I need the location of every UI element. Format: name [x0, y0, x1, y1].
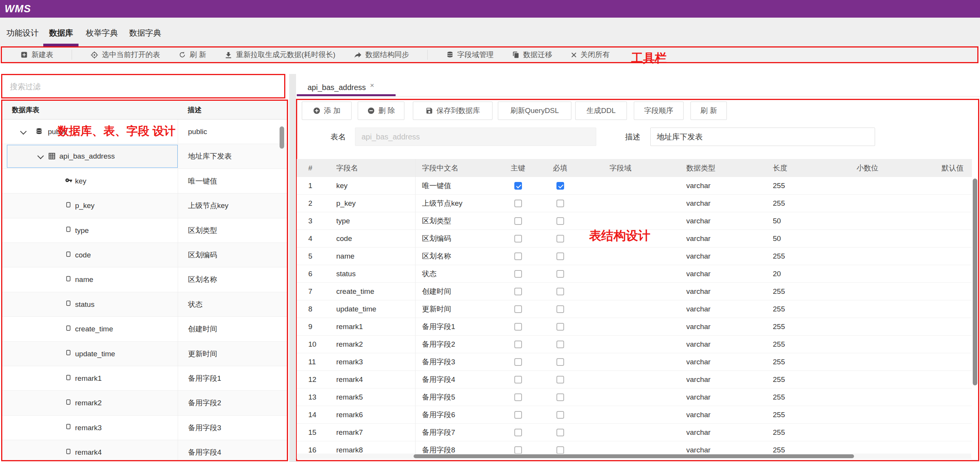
cell-domain [582, 265, 659, 282]
table-row[interactable]: 9remark1备用字段1varchar255 [297, 318, 972, 336]
primary-key-checkbox[interactable] [514, 323, 522, 331]
sidebar-scrollbar-thumb[interactable] [280, 126, 284, 149]
required-checkbox[interactable] [556, 235, 564, 242]
required-checkbox[interactable] [556, 393, 564, 401]
table-row[interactable]: 11remark3备用字段3varchar255 [297, 353, 972, 371]
toolbar-button[interactable]: 重新拉取生成元数据(耗时很长) [224, 50, 335, 60]
required-checkbox[interactable] [556, 446, 564, 454]
action-button[interactable]: 保存到数据库 [413, 102, 492, 120]
primary-key-checkbox[interactable] [514, 411, 522, 419]
cell-pk [498, 230, 538, 247]
primary-key-checkbox[interactable] [514, 305, 522, 313]
primary-key-checkbox[interactable] [514, 252, 522, 260]
primary-key-checkbox[interactable] [514, 446, 522, 454]
primary-key-checkbox[interactable] [514, 358, 522, 366]
required-checkbox[interactable] [556, 305, 564, 313]
required-checkbox[interactable] [556, 288, 564, 295]
primary-key-checkbox[interactable] [514, 200, 522, 207]
tab-api-bas-address[interactable]: api_bas_address [308, 80, 366, 94]
toolbar-button[interactable]: 数据结构同步 [354, 50, 409, 60]
field-icon [65, 202, 72, 210]
panel-splitter[interactable] [289, 74, 296, 462]
table-vertical-scrollbar-thumb[interactable] [973, 179, 977, 385]
required-checkbox[interactable] [556, 411, 564, 419]
tree-item-code[interactable]: code区划编码 [2, 243, 287, 267]
tree-item-update_time[interactable]: update_time更新时间 [2, 342, 287, 366]
action-button[interactable]: 删 除 [358, 102, 404, 120]
primary-key-checkbox[interactable] [514, 429, 522, 436]
chevron-down-icon[interactable] [20, 128, 27, 134]
tree-item-name[interactable]: name区划名称 [2, 267, 287, 292]
tree-item-create_time[interactable]: create_time创建时间 [2, 317, 287, 341]
cell-len: 255 [751, 177, 820, 194]
tab-close-icon[interactable]: × [370, 81, 374, 90]
nav-tab-active[interactable]: 数据库 [49, 18, 73, 46]
primary-key-checkbox[interactable] [514, 270, 522, 278]
primary-key-checkbox[interactable] [514, 376, 522, 383]
table-horizontal-scrollbar-thumb[interactable] [414, 454, 854, 458]
required-checkbox[interactable] [556, 429, 564, 436]
tree-item-remark1[interactable]: remark1备用字段1 [2, 366, 287, 391]
required-checkbox[interactable] [556, 217, 564, 225]
table-desc-input[interactable] [650, 128, 875, 146]
action-button[interactable]: 生成DDL [575, 102, 627, 120]
table-row[interactable]: 7create_time创建时间varchar255 [297, 283, 972, 300]
required-checkbox[interactable] [556, 200, 564, 207]
required-checkbox[interactable] [556, 376, 564, 383]
required-checkbox[interactable] [556, 270, 564, 278]
toolbar-button[interactable]: 新建表 [20, 50, 53, 60]
tree-item-desc: 地址库下发表 [178, 144, 287, 169]
cell-cn: 更新时间 [415, 300, 498, 318]
required-checkbox[interactable] [556, 341, 564, 348]
primary-key-checkbox[interactable] [514, 288, 522, 295]
tree-item-remark3[interactable]: remark3备用字段3 [2, 416, 287, 440]
table-row[interactable]: 14remark6备用字段6varchar255 [297, 406, 972, 424]
action-button[interactable]: 刷新QueryDSL [498, 102, 571, 120]
table-row[interactable]: 8update_time更新时间varchar255 [297, 300, 972, 318]
table-row[interactable]: 5name区划名称varchar255 [297, 247, 972, 265]
nav-tab-item[interactable]: 枚举字典 [86, 18, 118, 46]
primary-key-checkbox[interactable] [514, 393, 522, 401]
action-button[interactable]: 添 加 [302, 102, 352, 120]
cell-name: status [329, 265, 415, 282]
toolbar-button[interactable]: 数据迁移 [512, 50, 552, 60]
sidebar-search [1, 74, 285, 98]
tree-item-key[interactable]: key唯一键值 [2, 169, 287, 193]
tree-item-status[interactable]: status状态 [2, 292, 287, 317]
table-row[interactable]: 10remark2备用字段2varchar255 [297, 336, 972, 353]
primary-key-checkbox[interactable] [514, 235, 522, 242]
tree-item-remark2[interactable]: remark2备用字段2 [2, 391, 287, 415]
app-header: WMS [0, 0, 980, 18]
table-row[interactable]: 13remark5备用字段5varchar255 [297, 388, 972, 406]
tree-item-type[interactable]: type区划类型 [2, 218, 287, 243]
required-checkbox[interactable] [556, 358, 564, 366]
required-checkbox[interactable] [556, 182, 564, 190]
nav-tab-item[interactable]: 功能设计 [7, 18, 39, 46]
primary-key-checkbox[interactable] [514, 182, 522, 190]
nav-tab-item[interactable]: 数据字典 [129, 18, 161, 46]
toolbar-button[interactable]: 刷 新 [178, 50, 206, 60]
table-row[interactable]: 1key唯一键值varchar255 [297, 177, 972, 195]
toolbar-button[interactable]: 字段域管理 [446, 50, 494, 60]
primary-key-checkbox[interactable] [514, 217, 522, 225]
tree-item-api_bas_address[interactable]: api_bas_address地址库下发表 [2, 144, 287, 169]
required-checkbox[interactable] [556, 323, 564, 331]
column-header: 长度 [751, 159, 820, 177]
action-button[interactable]: 刷 新 [690, 102, 727, 120]
tree-item-remark4[interactable]: remark4备用字段4 [2, 440, 287, 461]
primary-key-checkbox[interactable] [514, 341, 522, 348]
search-input[interactable] [2, 75, 281, 98]
toolbar-button[interactable]: 选中当前打开的表 [90, 50, 160, 60]
action-button[interactable]: 字段顺序 [634, 102, 684, 120]
tree-item-p_key[interactable]: p_key上级节点key [2, 193, 287, 218]
table-row[interactable]: 15remark7备用字段7varchar255 [297, 424, 972, 441]
table-row[interactable]: 2p_key上级节点keyvarchar255 [297, 195, 972, 212]
table-name-input[interactable] [355, 128, 596, 146]
table-row[interactable]: 12remark4备用字段4varchar255 [297, 371, 972, 388]
cell-type: varchar [659, 300, 751, 318]
required-checkbox[interactable] [556, 252, 564, 260]
cell-cn: 区划编码 [415, 230, 498, 247]
toolbar-button[interactable]: 关闭所有 [571, 50, 610, 60]
table-row[interactable]: 6status状态varchar20 [297, 265, 972, 283]
cell-domain [582, 336, 659, 353]
